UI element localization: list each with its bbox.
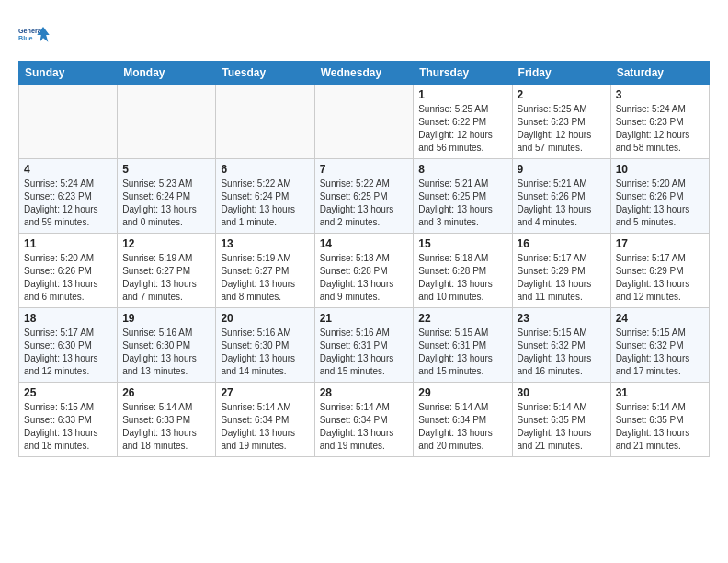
calendar-cell: 27Sunrise: 5:14 AM Sunset: 6:34 PM Dayli…: [216, 383, 314, 457]
day-info: Sunrise: 5:24 AM Sunset: 6:23 PM Dayligh…: [616, 103, 704, 155]
day-info: Sunrise: 5:14 AM Sunset: 6:33 PM Dayligh…: [122, 401, 210, 453]
week-row-5: 25Sunrise: 5:15 AM Sunset: 6:33 PM Dayli…: [19, 383, 710, 457]
day-number: 21: [320, 312, 409, 325]
calendar-cell: 25Sunrise: 5:15 AM Sunset: 6:33 PM Dayli…: [19, 383, 118, 457]
day-number: 24: [616, 312, 704, 325]
day-number: 20: [221, 312, 309, 325]
calendar-cell: 30Sunrise: 5:14 AM Sunset: 6:35 PM Dayli…: [512, 383, 610, 457]
day-info: Sunrise: 5:20 AM Sunset: 6:26 PM Dayligh…: [616, 178, 704, 229]
logo-icon: GeneralBlue: [18, 18, 51, 52]
day-info: Sunrise: 5:16 AM Sunset: 6:31 PM Dayligh…: [320, 327, 409, 378]
day-number: 30: [518, 386, 606, 399]
calendar-cell: 31Sunrise: 5:14 AM Sunset: 6:35 PM Dayli…: [610, 383, 709, 457]
col-header-monday: Monday: [118, 62, 216, 85]
week-row-4: 18Sunrise: 5:17 AM Sunset: 6:30 PM Dayli…: [19, 308, 710, 383]
day-number: 13: [221, 237, 309, 250]
day-info: Sunrise: 5:14 AM Sunset: 6:34 PM Dayligh…: [221, 401, 309, 453]
day-number: 2: [518, 88, 606, 101]
day-number: 7: [320, 163, 409, 176]
day-info: Sunrise: 5:14 AM Sunset: 6:34 PM Dayligh…: [320, 401, 409, 453]
col-header-tuesday: Tuesday: [216, 62, 314, 85]
calendar-cell: 18Sunrise: 5:17 AM Sunset: 6:30 PM Dayli…: [19, 308, 118, 383]
day-number: 6: [221, 163, 309, 176]
day-number: 5: [122, 163, 210, 176]
calendar-cell: [314, 85, 414, 159]
calendar-cell: 21Sunrise: 5:16 AM Sunset: 6:31 PM Dayli…: [314, 308, 414, 383]
calendar-cell: 29Sunrise: 5:14 AM Sunset: 6:34 PM Dayli…: [414, 383, 512, 457]
day-number: 12: [122, 237, 210, 250]
day-number: 8: [418, 163, 506, 176]
day-info: Sunrise: 5:19 AM Sunset: 6:27 PM Dayligh…: [122, 252, 210, 304]
day-number: 19: [122, 312, 210, 325]
calendar-table: SundayMondayTuesdayWednesdayThursdayFrid…: [18, 61, 710, 457]
day-number: 27: [221, 386, 309, 399]
day-info: Sunrise: 5:25 AM Sunset: 6:23 PM Dayligh…: [518, 103, 606, 155]
calendar-cell: 23Sunrise: 5:15 AM Sunset: 6:32 PM Dayli…: [512, 308, 610, 383]
day-info: Sunrise: 5:16 AM Sunset: 6:30 PM Dayligh…: [122, 327, 210, 378]
calendar-cell: 20Sunrise: 5:16 AM Sunset: 6:30 PM Dayli…: [216, 308, 314, 383]
calendar-cell: 9Sunrise: 5:21 AM Sunset: 6:26 PM Daylig…: [512, 159, 610, 234]
day-number: 29: [418, 386, 506, 399]
day-info: Sunrise: 5:24 AM Sunset: 6:23 PM Dayligh…: [24, 178, 112, 229]
week-row-2: 4Sunrise: 5:24 AM Sunset: 6:23 PM Daylig…: [19, 159, 710, 234]
calendar-cell: [19, 85, 118, 159]
calendar-cell: 7Sunrise: 5:22 AM Sunset: 6:25 PM Daylig…: [314, 159, 414, 234]
day-info: Sunrise: 5:19 AM Sunset: 6:27 PM Dayligh…: [221, 252, 309, 304]
svg-text:Blue: Blue: [18, 34, 33, 42]
day-info: Sunrise: 5:18 AM Sunset: 6:28 PM Dayligh…: [320, 252, 409, 304]
calendar-cell: 17Sunrise: 5:17 AM Sunset: 6:29 PM Dayli…: [610, 234, 709, 308]
day-number: 18: [24, 312, 112, 325]
day-info: Sunrise: 5:14 AM Sunset: 6:35 PM Dayligh…: [518, 401, 606, 453]
day-info: Sunrise: 5:21 AM Sunset: 6:25 PM Dayligh…: [418, 178, 506, 229]
day-info: Sunrise: 5:22 AM Sunset: 6:24 PM Dayligh…: [221, 178, 309, 229]
calendar-cell: 19Sunrise: 5:16 AM Sunset: 6:30 PM Dayli…: [118, 308, 216, 383]
day-number: 10: [616, 163, 704, 176]
calendar-cell: 6Sunrise: 5:22 AM Sunset: 6:24 PM Daylig…: [216, 159, 314, 234]
col-header-sunday: Sunday: [19, 62, 118, 85]
day-number: 31: [616, 386, 704, 399]
calendar-cell: 11Sunrise: 5:20 AM Sunset: 6:26 PM Dayli…: [19, 234, 118, 308]
day-number: 4: [24, 163, 112, 176]
day-number: 15: [418, 237, 506, 250]
day-info: Sunrise: 5:20 AM Sunset: 6:26 PM Dayligh…: [24, 252, 112, 304]
calendar-cell: 16Sunrise: 5:17 AM Sunset: 6:29 PM Dayli…: [512, 234, 610, 308]
day-info: Sunrise: 5:15 AM Sunset: 6:32 PM Dayligh…: [616, 327, 704, 378]
calendar-cell: 5Sunrise: 5:23 AM Sunset: 6:24 PM Daylig…: [118, 159, 216, 234]
day-info: Sunrise: 5:15 AM Sunset: 6:31 PM Dayligh…: [418, 327, 506, 378]
day-number: 11: [24, 237, 112, 250]
calendar-cell: 14Sunrise: 5:18 AM Sunset: 6:28 PM Dayli…: [314, 234, 414, 308]
calendar-cell: 2Sunrise: 5:25 AM Sunset: 6:23 PM Daylig…: [512, 85, 610, 159]
calendar-cell: 10Sunrise: 5:20 AM Sunset: 6:26 PM Dayli…: [610, 159, 709, 234]
day-number: 16: [518, 237, 606, 250]
day-info: Sunrise: 5:16 AM Sunset: 6:30 PM Dayligh…: [221, 327, 309, 378]
calendar-cell: 22Sunrise: 5:15 AM Sunset: 6:31 PM Dayli…: [414, 308, 512, 383]
col-header-saturday: Saturday: [610, 62, 709, 85]
day-info: Sunrise: 5:17 AM Sunset: 6:30 PM Dayligh…: [24, 327, 112, 378]
day-number: 25: [24, 386, 112, 399]
calendar-header-row: SundayMondayTuesdayWednesdayThursdayFrid…: [19, 62, 710, 85]
day-number: 14: [320, 237, 409, 250]
calendar-cell: 4Sunrise: 5:24 AM Sunset: 6:23 PM Daylig…: [19, 159, 118, 234]
week-row-3: 11Sunrise: 5:20 AM Sunset: 6:26 PM Dayli…: [19, 234, 710, 308]
day-info: Sunrise: 5:23 AM Sunset: 6:24 PM Dayligh…: [122, 178, 210, 229]
day-info: Sunrise: 5:17 AM Sunset: 6:29 PM Dayligh…: [518, 252, 606, 304]
col-header-friday: Friday: [512, 62, 610, 85]
calendar-cell: 15Sunrise: 5:18 AM Sunset: 6:28 PM Dayli…: [414, 234, 512, 308]
logo: GeneralBlue: [18, 18, 51, 52]
calendar-cell: [118, 85, 216, 159]
day-info: Sunrise: 5:15 AM Sunset: 6:33 PM Dayligh…: [24, 401, 112, 453]
page-header: GeneralBlue: [18, 18, 710, 52]
calendar-cell: 8Sunrise: 5:21 AM Sunset: 6:25 PM Daylig…: [414, 159, 512, 234]
day-number: 23: [518, 312, 606, 325]
day-info: Sunrise: 5:14 AM Sunset: 6:34 PM Dayligh…: [418, 401, 506, 453]
calendar-cell: [216, 85, 314, 159]
col-header-thursday: Thursday: [414, 62, 512, 85]
day-info: Sunrise: 5:21 AM Sunset: 6:26 PM Dayligh…: [518, 178, 606, 229]
day-number: 1: [418, 88, 506, 101]
day-number: 28: [320, 386, 409, 399]
calendar-cell: 1Sunrise: 5:25 AM Sunset: 6:22 PM Daylig…: [414, 85, 512, 159]
calendar-cell: 26Sunrise: 5:14 AM Sunset: 6:33 PM Dayli…: [118, 383, 216, 457]
week-row-1: 1Sunrise: 5:25 AM Sunset: 6:22 PM Daylig…: [19, 85, 710, 159]
calendar-cell: 3Sunrise: 5:24 AM Sunset: 6:23 PM Daylig…: [610, 85, 709, 159]
calendar-cell: 12Sunrise: 5:19 AM Sunset: 6:27 PM Dayli…: [118, 234, 216, 308]
